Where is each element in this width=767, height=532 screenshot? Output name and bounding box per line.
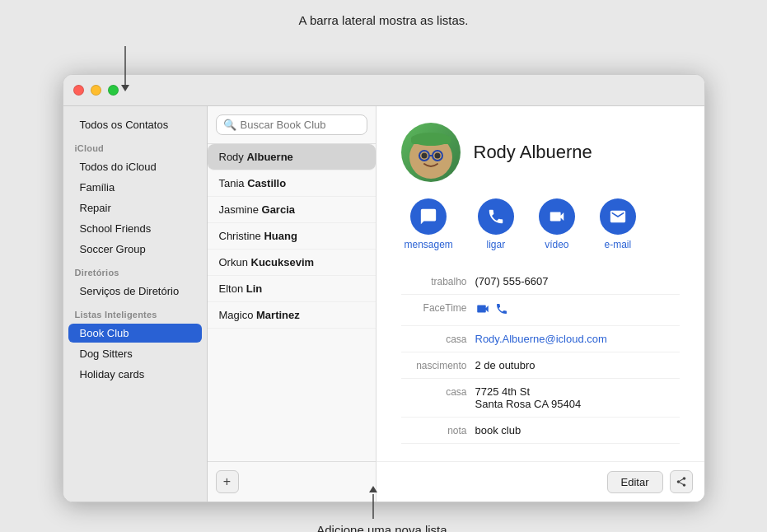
field-row-nascimento: nascimento 2 de outubro xyxy=(401,352,680,379)
contact-item-christine[interactable]: Christine Huang xyxy=(208,223,376,250)
field-label-address: casa xyxy=(401,385,467,398)
email-button[interactable]: e-mail xyxy=(600,198,636,250)
share-button[interactable] xyxy=(670,470,693,493)
contact-item-elton[interactable]: Elton Lin xyxy=(208,276,376,302)
contact-name: Elton Lin xyxy=(219,282,263,295)
field-row-trabalho: trabalho (707) 555-6607 xyxy=(401,268,680,295)
sidebar-section-icloud: iCloud xyxy=(63,135,207,156)
call-label: ligar xyxy=(487,239,506,250)
traffic-lights xyxy=(73,85,119,96)
sidebar-item-soccer-group[interactable]: Soccer Group xyxy=(68,240,202,259)
field-label-casa: casa xyxy=(401,333,467,345)
field-label-facetime: FaceTime xyxy=(401,301,467,314)
field-label-trabalho: trabalho xyxy=(401,275,467,287)
message-icon xyxy=(410,198,447,235)
action-buttons: mensagem ligar xyxy=(401,198,680,250)
contact-name: Magico Martinez xyxy=(219,309,300,321)
top-annotation: A barra lateral mostra as listas. xyxy=(299,13,469,27)
search-bar: 🔍 xyxy=(208,106,376,144)
field-row-facetime: FaceTime xyxy=(401,295,680,326)
sidebar-item-servicos[interactable]: Serviços de Diretório xyxy=(68,282,202,301)
content-area: Todos os Contatos iCloud Todos do iCloud… xyxy=(63,106,704,502)
svg-point-6 xyxy=(434,153,440,159)
search-wrapper: 🔍 xyxy=(216,114,367,135)
contact-item-orkun[interactable]: Orkun Kucuksevim xyxy=(208,250,376,276)
sidebar-item-school-friends[interactable]: School Friends xyxy=(68,219,202,238)
search-icon: 🔍 xyxy=(223,119,236,131)
svg-rect-4 xyxy=(411,136,451,144)
detail-footer: Editar xyxy=(376,461,704,502)
field-label-nota: nota xyxy=(401,424,467,436)
field-value-email: Rody.Albuerne@icloud.com xyxy=(475,333,680,345)
titlebar xyxy=(63,75,704,106)
call-button[interactable]: ligar xyxy=(478,198,514,250)
minimize-button[interactable] xyxy=(91,85,101,96)
sidebar-section-directories: Diretórios xyxy=(63,259,207,281)
sidebar-section-smart: Listas Inteligentes xyxy=(63,301,207,323)
facetime-video-icon[interactable] xyxy=(475,301,490,319)
contact-item-rody[interactable]: Rody Albuerne xyxy=(208,144,376,170)
field-row-address: casa 7725 4th StSanta Rosa CA 95404 xyxy=(401,379,680,418)
search-input[interactable] xyxy=(241,119,360,131)
contact-item-jasmine[interactable]: Jasmine Garcia xyxy=(208,197,376,223)
main-window: Todos os Contatos iCloud Todos do iCloud… xyxy=(63,74,705,502)
sidebar-item-todos-icloud[interactable]: Todos do iCloud xyxy=(68,157,202,176)
field-value-address: 7725 4th StSanta Rosa CA 95404 xyxy=(475,385,680,410)
sidebar: Todos os Contatos iCloud Todos do iCloud… xyxy=(63,106,208,502)
close-button[interactable] xyxy=(73,85,84,96)
email-icon xyxy=(600,198,636,235)
video-icon xyxy=(539,198,575,235)
avatar-image xyxy=(401,123,461,182)
video-label: vídeo xyxy=(545,239,568,250)
share-icon xyxy=(676,476,687,488)
sidebar-item-repair[interactable]: Repair xyxy=(68,198,202,217)
field-value-facetime xyxy=(475,301,680,319)
contact-name: Christine Huang xyxy=(219,230,297,242)
sidebar-item-dog-sitters[interactable]: Dog Sitters xyxy=(68,344,202,363)
sidebar-item-holiday-cards[interactable]: Holiday cards xyxy=(68,365,202,384)
detail-content: Rody Albuerne mensagem xyxy=(376,106,704,461)
sidebar-item-all-contacts[interactable]: Todos os Contatos xyxy=(68,115,202,134)
video-button[interactable]: vídeo xyxy=(539,198,575,250)
message-label: mensagem xyxy=(405,239,453,250)
field-value-trabalho: (707) 555-6607 xyxy=(475,275,680,287)
svg-point-5 xyxy=(421,153,427,159)
contact-item-magico[interactable]: Magico Martinez xyxy=(208,302,376,329)
contact-name: Tania Castillo xyxy=(219,177,287,189)
contact-name: Jasmine Garcia xyxy=(219,203,296,216)
sidebar-item-familia[interactable]: Família xyxy=(68,178,202,197)
field-row-email: casa Rody.Albuerne@icloud.com xyxy=(401,326,680,352)
field-label-nascimento: nascimento xyxy=(401,359,467,371)
bottom-annotation: Adicione uma nova lista. xyxy=(316,523,451,532)
field-value-nascimento: 2 de outubro xyxy=(475,359,680,371)
phone-icon xyxy=(478,198,514,235)
contact-name: Rody Albuerne xyxy=(219,151,293,163)
detail-panel: Rody Albuerne mensagem xyxy=(376,106,704,502)
contacts-footer: + xyxy=(208,461,376,502)
avatar xyxy=(401,123,461,182)
maximize-button[interactable] xyxy=(108,85,119,96)
contact-item-tania[interactable]: Tania Castillo xyxy=(208,170,376,197)
field-row-nota: nota book club xyxy=(401,418,680,444)
email-label: e-mail xyxy=(605,239,632,250)
contact-header: Rody Albuerne xyxy=(401,123,680,182)
contact-name: Orkun Kucuksevim xyxy=(219,256,315,268)
contacts-list: 🔍 Rody Albuerne Tania Castillo Jasmine G… xyxy=(208,106,376,502)
contact-full-name: Rody Albuerne xyxy=(474,142,592,163)
add-contact-button[interactable]: + xyxy=(216,470,239,493)
edit-button[interactable]: Editar xyxy=(607,471,663,493)
field-value-nota: book club xyxy=(475,424,680,436)
message-button[interactable]: mensagem xyxy=(405,198,453,250)
sidebar-item-book-club[interactable]: Book Club xyxy=(68,324,202,343)
facetime-phone-icon[interactable] xyxy=(495,302,508,318)
